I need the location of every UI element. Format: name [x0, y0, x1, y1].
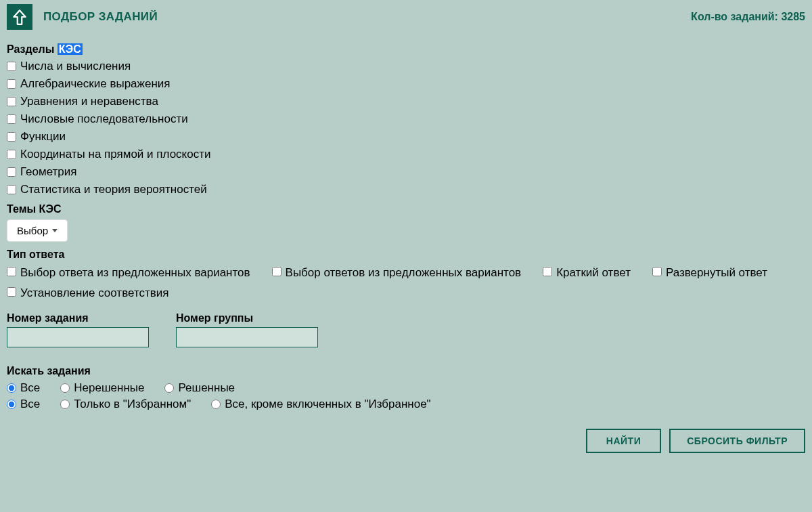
number-inputs-row: Номер задания Номер группы [7, 312, 805, 347]
answer-type-text[interactable]: Установление соответствия [20, 286, 169, 299]
section-label-text[interactable]: Функции [20, 130, 66, 144]
section-label-text[interactable]: Геометрия [20, 165, 77, 179]
section-item: Функции [7, 130, 805, 144]
header: ПОДБОР ЗАДАНИЙ Кол-во заданий: 3285 [7, 4, 805, 30]
radio-solved-item: Решенные [164, 381, 235, 395]
section-checkbox[interactable] [7, 62, 16, 71]
radio-solved-solved[interactable] [164, 383, 174, 393]
task-count-label: Кол-во заданий: [691, 11, 778, 22]
answer-type-checkbox[interactable] [652, 267, 662, 276]
radio-solved-item: Все [7, 381, 40, 395]
section-item: Координаты на прямой и плоскости [7, 148, 805, 161]
section-label-text[interactable]: Статистика и теория вероятностей [20, 183, 207, 196]
section-item: Геометрия [7, 165, 805, 179]
section-checkbox[interactable] [7, 97, 16, 106]
section-label-text[interactable]: Числовые последовательности [20, 112, 188, 126]
scroll-top-button[interactable] [7, 4, 32, 30]
answer-type-checkbox[interactable] [7, 267, 16, 276]
answer-type-item: Краткий ответ [543, 266, 631, 280]
radio-fav-item: Все, кроме включенных в "Избранное" [211, 398, 430, 411]
answer-type-item: Установление соответствия [7, 286, 169, 300]
sections-label: Разделы КЭС [7, 43, 805, 56]
kes-highlight: КЭС [58, 43, 83, 55]
section-checkbox[interactable] [7, 150, 16, 159]
radio-fav-item: Только в "Избранном" [60, 398, 191, 411]
group-number-input[interactable] [176, 327, 318, 347]
find-button[interactable]: НАЙТИ [586, 429, 661, 453]
radio-solved-row: Все Нерешенные Решенные [7, 381, 805, 395]
button-row: НАЙТИ СБРОСИТЬ ФИЛЬТР [7, 429, 805, 453]
radio-fav-all[interactable] [7, 400, 16, 409]
radio-label[interactable]: Все [20, 381, 40, 395]
section-checkbox[interactable] [7, 132, 16, 142]
radio-label[interactable]: Решенные [178, 381, 235, 395]
themes-select-text: Выбор [17, 225, 48, 236]
section-checkbox[interactable] [7, 185, 16, 194]
search-tasks-label: Искать задания [7, 365, 805, 377]
section-item: Числовые последовательности [7, 112, 805, 126]
task-number-input[interactable] [7, 327, 149, 347]
group-number-col: Номер группы [176, 312, 318, 347]
group-number-label: Номер группы [176, 312, 318, 324]
radio-fav-only[interactable] [60, 400, 70, 409]
section-item: Статистика и теория вероятностей [7, 183, 805, 196]
answer-type-text[interactable]: Развернутый ответ [666, 266, 767, 279]
answer-type-checkbox[interactable] [543, 267, 552, 276]
answer-type-text[interactable]: Выбор ответа из предложенных вариантов [20, 266, 250, 279]
themes-label: Темы КЭС [7, 203, 805, 215]
page-title: ПОДБОР ЗАДАНИЙ [43, 10, 158, 24]
section-label-text[interactable]: Алгебраические выражения [20, 77, 171, 91]
sections-checkbox-list: Числа и вычисления Алгебраические выраже… [7, 60, 805, 196]
radio-solved-unsolved[interactable] [60, 383, 70, 393]
answer-type-item: Развернутый ответ [652, 266, 767, 280]
radio-fav-row: Все Только в "Избранном" Все, кроме вклю… [7, 398, 805, 411]
radio-label[interactable]: Все, кроме включенных в "Избранное" [225, 398, 430, 411]
radio-fav-item: Все [7, 398, 40, 411]
section-item: Числа и вычисления [7, 60, 805, 73]
section-checkbox[interactable] [7, 79, 16, 89]
task-number-col: Номер задания [7, 312, 149, 347]
task-count-value: 3285 [781, 11, 805, 22]
radio-solved-all[interactable] [7, 383, 16, 393]
radio-fav-except[interactable] [211, 400, 221, 409]
answer-type-text[interactable]: Выбор ответов из предложенных вариантов [286, 266, 522, 279]
arrow-up-icon [11, 8, 28, 26]
radio-label[interactable]: Нерешенные [74, 381, 144, 395]
task-count: Кол-во заданий: 3285 [691, 11, 805, 23]
answer-type-label: Тип ответа [7, 249, 805, 261]
section-label-text[interactable]: Числа и вычисления [20, 60, 131, 73]
radio-solved-item: Нерешенные [60, 381, 144, 395]
themes-select[interactable]: Выбор [7, 219, 68, 242]
section-item: Уравнения и неравенства [7, 95, 805, 108]
radio-label[interactable]: Только в "Избранном" [74, 398, 191, 411]
chevron-down-icon [52, 229, 58, 232]
section-checkbox[interactable] [7, 167, 16, 177]
task-number-label: Номер задания [7, 312, 149, 324]
section-label-text[interactable]: Координаты на прямой и плоскости [20, 148, 210, 161]
answer-type-checkbox[interactable] [7, 287, 16, 297]
section-checkbox[interactable] [7, 114, 16, 124]
answer-type-item: Выбор ответов из предложенных вариантов [272, 266, 522, 280]
answer-type-text[interactable]: Краткий ответ [556, 266, 631, 279]
radio-label[interactable]: Все [20, 398, 40, 411]
section-item: Алгебраические выражения [7, 77, 805, 91]
answer-type-checkbox[interactable] [272, 267, 281, 276]
reset-filter-button[interactable]: СБРОСИТЬ ФИЛЬТР [669, 429, 805, 453]
header-left: ПОДБОР ЗАДАНИЙ [7, 4, 158, 30]
answer-types-list: Выбор ответа из предложенных вариантов В… [7, 265, 805, 301]
answer-type-item: Выбор ответа из предложенных вариантов [7, 266, 250, 280]
section-label-text[interactable]: Уравнения и неравенства [20, 95, 158, 108]
